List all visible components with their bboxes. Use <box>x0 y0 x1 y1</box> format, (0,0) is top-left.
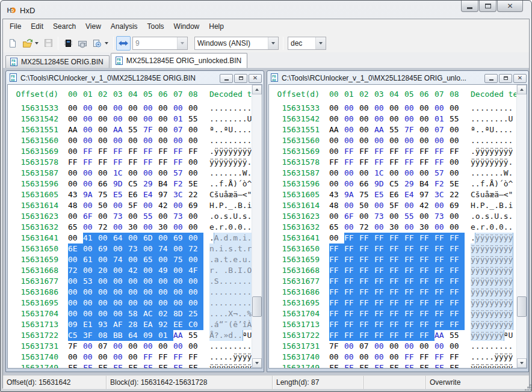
decoded-selection[interactable]: ÿÿÿÿÿÿÿÿÿ <box>471 298 513 308</box>
hex-byte[interactable]: 93 <box>98 319 113 330</box>
hex-byte[interactable]: B4 <box>158 179 173 189</box>
hex-byte[interactable]: 1C <box>113 168 128 179</box>
hex-byte[interactable]: 00 <box>344 103 359 114</box>
hex-byte[interactable]: FF <box>404 308 419 319</box>
hex-byte[interactable]: 00 <box>419 168 435 179</box>
hex-byte[interactable]: FF <box>329 276 344 287</box>
menu-help[interactable]: Help <box>204 20 229 34</box>
hex-byte[interactable]: 00 <box>143 168 158 179</box>
scroll-up-button[interactable] <box>252 85 262 94</box>
hex-byte[interactable]: FF <box>374 254 389 265</box>
hex-byte[interactable]: 00 <box>450 222 465 233</box>
hex-byte[interactable]: FF <box>419 243 435 254</box>
hex-byte[interactable]: 00 <box>128 233 143 243</box>
hex-byte[interactable]: 00 <box>404 200 419 211</box>
hex-byte[interactable]: 55 <box>143 211 158 222</box>
hex-byte[interactable]: 00 <box>173 298 188 308</box>
hex-byte[interactable]: FF <box>359 265 374 276</box>
vertical-scrollbar[interactable] <box>516 85 527 368</box>
hex-byte[interactable]: 00 <box>158 211 173 222</box>
hex-byte[interactable]: FF <box>404 157 419 168</box>
export-button[interactable] <box>90 36 104 51</box>
hex-byte[interactable]: 00 <box>83 168 98 179</box>
scrollbar-thumb[interactable] <box>252 296 262 317</box>
hex-byte[interactable]: 92 <box>158 319 173 330</box>
hex-byte[interactable]: 00 <box>188 254 203 265</box>
hex-byte[interactable]: FF <box>435 363 450 368</box>
minimize-button[interactable] <box>461 1 478 12</box>
hex-byte[interactable]: 42 <box>419 200 435 211</box>
decoded-selection[interactable]: ÿÿÿÿÿÿÿÿÿ <box>471 243 513 254</box>
decoded-text[interactable]: Cšuåæä—<" <box>471 189 516 200</box>
hex-byte[interactable]: FF <box>419 308 435 319</box>
hex-byte[interactable]: FF <box>450 363 465 368</box>
hex-byte[interactable]: 65 <box>329 222 344 233</box>
decoded-text[interactable]: ..f.Å)´ò^ <box>471 179 516 189</box>
hex-byte[interactable]: 48 <box>329 200 344 211</box>
hex-byte[interactable]: FF <box>143 352 158 363</box>
decoded-text[interactable]: .A.d.m.i. <box>209 233 252 243</box>
open-file-button[interactable] <box>20 36 34 51</box>
hex-byte[interactable]: 49 <box>158 265 173 276</box>
decoded-text[interactable]: e.r.0.0.. <box>209 222 252 233</box>
hex-byte[interactable]: FF <box>359 298 374 308</box>
hex-byte[interactable]: 69 <box>98 243 113 254</box>
decoded-text[interactable]: .o.s.U.s. <box>471 211 516 222</box>
hex-byte[interactable]: FF <box>113 146 128 157</box>
hex-byte[interactable]: 00 <box>419 135 435 146</box>
hex-byte[interactable]: FF <box>419 363 435 368</box>
hex-byte[interactable]: FF <box>389 287 404 298</box>
hex-byte[interactable]: E6 <box>389 189 404 200</box>
hex-byte[interactable]: 00 <box>128 135 143 146</box>
hex-byte[interactable]: FF <box>344 157 359 168</box>
decoded-text[interactable]: ÿÿÿÿÿÿÿÿÿ <box>471 363 516 368</box>
hex-byte[interactable]: 01 <box>173 114 188 124</box>
hex-byte[interactable]: C0 <box>188 319 203 330</box>
hex-byte[interactable]: FF <box>389 363 404 368</box>
hex-byte[interactable]: FF <box>374 298 389 308</box>
offset-base-combobox[interactable]: dec <box>288 37 326 50</box>
hex-byte[interactable]: 7F <box>143 124 158 135</box>
hex-byte[interactable]: 00 <box>188 276 203 287</box>
hex-byte[interactable]: FF <box>329 265 344 276</box>
hex-byte[interactable]: 00 <box>344 135 359 146</box>
hex-byte[interactable]: 55 <box>128 124 143 135</box>
tab-0[interactable]: FB A0 MX25L12845E ORIG.BIN <box>5 55 110 68</box>
hex-byte[interactable]: 9A <box>83 189 98 200</box>
hex-byte[interactable]: 5F <box>128 200 143 211</box>
scroll-down-button[interactable] <box>517 358 527 368</box>
hex-byte[interactable]: 00 <box>113 298 128 308</box>
decoded-text[interactable]: ÿÿÿÿÿÿÿÿ. <box>471 157 516 168</box>
hex-byte[interactable]: 29 <box>143 179 158 189</box>
decoded-selection[interactable]: ÿÿÿÿÿÿÿÿÿ <box>471 319 513 330</box>
hex-byte[interactable]: 07 <box>435 124 450 135</box>
hex-byte[interactable]: FF <box>83 363 98 368</box>
hex-byte[interactable]: 3C <box>173 189 188 200</box>
decoded-text[interactable]: .....ÿÿÿÿ <box>209 352 252 363</box>
hex-byte[interactable]: 69 <box>450 200 465 211</box>
hex-byte[interactable]: FF <box>83 146 98 157</box>
hex-byte[interactable]: 00 <box>435 200 450 211</box>
hex-byte[interactable]: 00 <box>450 157 465 168</box>
hex-byte[interactable]: FF <box>450 352 465 363</box>
decoded-text[interactable]: ÿÿÿÿÿÿÿÿÿ <box>471 265 516 276</box>
menu-search[interactable]: Search <box>48 20 81 34</box>
hex-byte[interactable]: 00 <box>68 168 83 179</box>
hex-byte[interactable]: 5E <box>188 179 203 189</box>
hex-byte[interactable]: 00 <box>68 352 83 363</box>
hex-byte[interactable]: FF <box>374 276 389 287</box>
decoded-text[interactable]: ª..ªU.... <box>209 124 252 135</box>
decoded-selection[interactable]: ......... <box>209 298 252 308</box>
hex-byte[interactable]: FF <box>128 146 143 157</box>
hex-byte[interactable]: 72 <box>359 222 374 233</box>
hex-byte[interactable]: 3F <box>83 330 98 341</box>
decoded-text[interactable]: .......W. <box>471 168 516 179</box>
menu-tools[interactable]: Tools <box>143 20 169 34</box>
hex-byte[interactable]: FF <box>344 319 359 330</box>
menu-file[interactable]: File <box>5 20 26 34</box>
hex-byte[interactable]: BB <box>113 330 128 341</box>
decoded-selection[interactable]: ÿÿÿÿÿÿÿÿÿ <box>471 308 513 319</box>
hex-byte[interactable]: FF <box>173 146 188 157</box>
hex-byte[interactable]: FF <box>450 308 465 319</box>
decoded-text[interactable]: ÿÿÿÿÿÿÿÿÿ <box>471 287 516 298</box>
